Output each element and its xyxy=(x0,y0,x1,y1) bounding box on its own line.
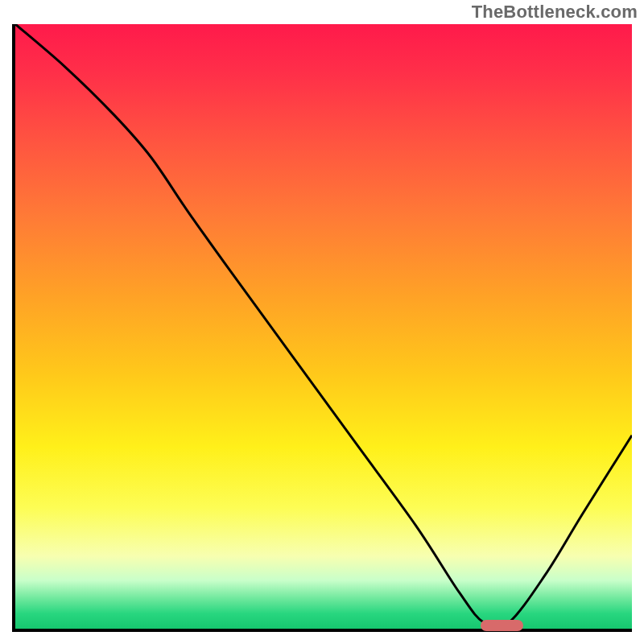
chart-frame: TheBottleneck.com xyxy=(0,0,644,644)
plot-area xyxy=(12,24,632,632)
bottleneck-curve xyxy=(15,24,632,629)
optimal-marker xyxy=(481,620,524,631)
watermark-text: TheBottleneck.com xyxy=(472,2,638,23)
